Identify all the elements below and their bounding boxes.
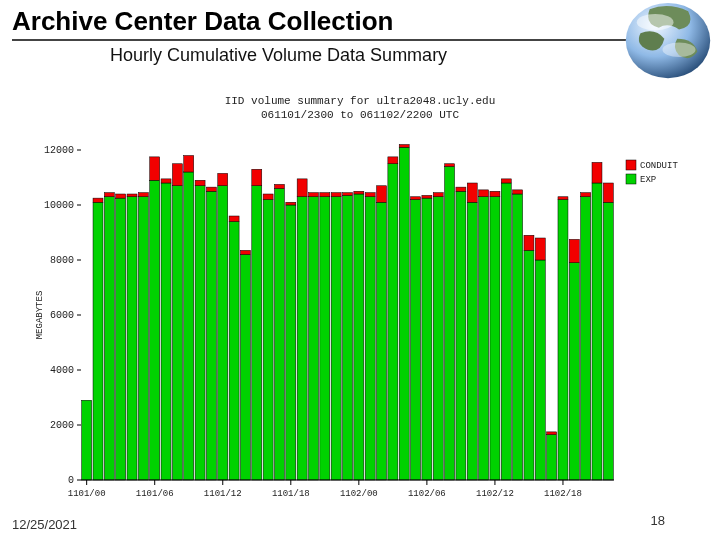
- svg-rect-50: [263, 194, 273, 200]
- y-axis-ticks: 020004000600080001000012000: [44, 145, 81, 486]
- svg-rect-69: [377, 202, 387, 480]
- svg-rect-54: [286, 202, 296, 205]
- svg-rect-80: [433, 193, 443, 197]
- svg-rect-28: [138, 193, 148, 197]
- chart-container: 020004000600080001000012000 MEGABYTES 11…: [30, 90, 690, 530]
- svg-rect-39: [206, 191, 216, 480]
- globe-icon: [622, 2, 714, 80]
- svg-text:1101/00: 1101/00: [68, 489, 106, 499]
- svg-rect-89: [490, 197, 500, 480]
- svg-text:1101/06: 1101/06: [136, 489, 174, 499]
- svg-rect-127: [626, 160, 636, 170]
- svg-rect-44: [229, 216, 239, 222]
- volume-bar-chart: 020004000600080001000012000 MEGABYTES 11…: [30, 90, 690, 530]
- svg-rect-59: [320, 197, 330, 480]
- svg-rect-107: [592, 183, 602, 480]
- svg-rect-53: [286, 205, 296, 480]
- footer-page: 18: [651, 513, 665, 528]
- svg-rect-49: [263, 200, 273, 481]
- svg-rect-18: [82, 400, 92, 480]
- svg-rect-92: [501, 179, 511, 183]
- svg-rect-45: [240, 255, 250, 481]
- y-axis-label: MEGABYTES: [35, 291, 45, 340]
- chart-bars: [82, 145, 614, 481]
- svg-rect-33: [172, 186, 182, 480]
- svg-text:1102/18: 1102/18: [544, 489, 582, 499]
- svg-text:8000: 8000: [50, 255, 74, 266]
- svg-rect-67: [365, 197, 375, 480]
- svg-rect-65: [354, 194, 364, 480]
- svg-rect-129: [626, 174, 636, 184]
- svg-text:0: 0: [68, 475, 74, 486]
- footer-date: 12/25/2021: [12, 517, 77, 532]
- svg-rect-61: [331, 197, 341, 480]
- svg-rect-42: [218, 173, 228, 185]
- svg-rect-40: [206, 187, 216, 191]
- svg-text:4000: 4000: [50, 365, 74, 376]
- svg-rect-30: [150, 157, 160, 180]
- svg-point-3: [662, 42, 695, 57]
- svg-rect-90: [490, 191, 500, 197]
- chart-title: IID volume summary for ultra2048.ucly.ed…: [225, 95, 496, 107]
- svg-rect-75: [411, 200, 421, 481]
- svg-rect-109: [603, 202, 613, 480]
- svg-rect-93: [513, 194, 523, 480]
- svg-text:EXP: EXP: [640, 175, 656, 185]
- svg-rect-66: [354, 191, 364, 194]
- svg-rect-29: [150, 180, 160, 480]
- svg-rect-103: [569, 263, 579, 480]
- svg-rect-57: [308, 197, 318, 480]
- svg-rect-19: [93, 202, 103, 480]
- svg-rect-104: [569, 239, 579, 262]
- svg-point-2: [637, 14, 674, 31]
- svg-rect-102: [558, 197, 568, 200]
- svg-text:10000: 10000: [44, 200, 74, 211]
- svg-rect-37: [195, 186, 205, 480]
- svg-rect-46: [240, 250, 250, 254]
- svg-rect-38: [195, 180, 205, 186]
- svg-rect-74: [399, 145, 409, 148]
- svg-rect-43: [229, 222, 239, 481]
- svg-rect-62: [331, 193, 341, 197]
- svg-text:1101/18: 1101/18: [272, 489, 310, 499]
- svg-rect-51: [274, 189, 284, 481]
- svg-rect-94: [513, 190, 523, 194]
- svg-text:1102/12: 1102/12: [476, 489, 514, 499]
- svg-rect-55: [297, 197, 307, 480]
- svg-rect-60: [320, 193, 330, 197]
- svg-rect-41: [218, 186, 228, 480]
- x-axis-ticks: 1101/001101/061101/121101/181102/001102/…: [68, 480, 582, 499]
- svg-rect-52: [274, 184, 284, 188]
- svg-rect-22: [104, 193, 114, 197]
- svg-rect-63: [343, 195, 353, 480]
- svg-rect-101: [558, 200, 568, 481]
- svg-rect-85: [467, 202, 477, 480]
- svg-rect-70: [377, 186, 387, 203]
- svg-rect-86: [467, 183, 477, 202]
- svg-rect-76: [411, 197, 421, 200]
- svg-rect-97: [535, 260, 545, 480]
- svg-rect-91: [501, 183, 511, 480]
- svg-rect-35: [184, 172, 194, 480]
- svg-rect-96: [524, 235, 534, 250]
- chart-subtitle: 061101/2300 to 061102/2200 UTC: [261, 109, 459, 121]
- svg-rect-34: [172, 164, 182, 186]
- svg-rect-23: [116, 198, 126, 480]
- page-subtitle: Hourly Cumulative Volume Data Summary: [0, 41, 720, 66]
- svg-rect-82: [445, 164, 455, 167]
- svg-rect-108: [592, 162, 602, 183]
- svg-rect-48: [252, 169, 262, 186]
- svg-rect-56: [297, 179, 307, 197]
- chart-legend: CONDUITEXP: [626, 160, 678, 185]
- svg-rect-84: [456, 187, 466, 191]
- svg-rect-88: [479, 190, 489, 197]
- svg-rect-105: [581, 197, 591, 480]
- svg-rect-25: [127, 197, 137, 480]
- svg-rect-47: [252, 186, 262, 480]
- svg-rect-106: [581, 193, 591, 197]
- svg-rect-100: [547, 432, 557, 435]
- svg-rect-78: [422, 195, 432, 198]
- svg-rect-31: [161, 183, 171, 480]
- svg-rect-79: [433, 197, 443, 480]
- svg-rect-71: [388, 164, 398, 480]
